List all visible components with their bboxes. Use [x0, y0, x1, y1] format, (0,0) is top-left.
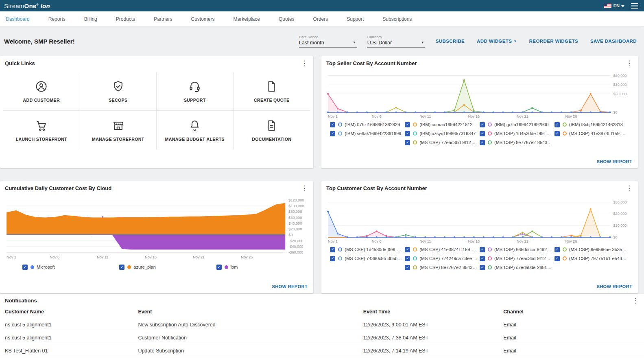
date-range-select[interactable]: Date Range Last month▼: [299, 35, 357, 48]
nav-item-customers[interactable]: Customers: [181, 16, 224, 22]
series-label: (MS-CSP) 74390c8b-3b5b-...: [345, 256, 405, 261]
legend-checkbox[interactable]: ✓: [405, 247, 410, 252]
table-header-row: Customer NameEventEvent TimeChannel: [0, 305, 644, 318]
show-report-link[interactable]: SHOW REPORT: [272, 284, 308, 289]
subscribe-button[interactable]: SUBSCRIBE: [436, 39, 465, 44]
nav-item-marketplace[interactable]: Marketplace: [224, 16, 269, 22]
table-row[interactable]: KS Test_Flatten 01Update Subscription12/…: [0, 344, 644, 357]
quick-link-support[interactable]: SUPPORT: [157, 72, 234, 111]
legend-checkbox[interactable]: ✓: [554, 256, 560, 261]
save-dashboard-button[interactable]: SAVE DASHBOARD: [590, 39, 637, 44]
reorder-widgets-button[interactable]: REORDER WIDGETS: [529, 39, 578, 44]
series-label: (MS-CSP) 774249ca-c3ee-...: [419, 256, 480, 261]
legend-checkbox[interactable]: ✓: [554, 247, 560, 252]
legend-checkbox[interactable]: ✓: [22, 265, 28, 270]
top-seller-chart: $40,000$30,000$20,000$0Nov 1Nov 6Nov 11N…: [325, 70, 635, 119]
svg-text:Nov 16: Nov 16: [468, 114, 480, 118]
series-color-dot: [413, 256, 417, 260]
topbar: StreamOne®Ion EN: [0, 0, 644, 11]
table-row[interactable]: ns cust 5 alignment1New subscription Aut…: [0, 318, 644, 331]
column-header: Event: [138, 309, 363, 315]
series-color-dot: [413, 123, 417, 127]
legend-checkbox[interactable]: ✓: [330, 256, 335, 261]
legend-checkbox[interactable]: ✓: [405, 131, 410, 136]
quick-link-manage-budget-alerts[interactable]: MANAGE BUDGET ALERTS: [157, 111, 234, 149]
legend-item: ✓(MS-CSP) 774249ca-c3ee-...: [405, 256, 480, 261]
nav-item-dashboard[interactable]: Dashboard: [6, 16, 39, 22]
nav-item-subscriptions[interactable]: Subscriptions: [373, 16, 421, 22]
svg-text:-$40,000: -$40,000: [288, 245, 303, 249]
series-label: (MS-CSP) 6650dcca-8492-...: [494, 247, 554, 252]
table-row[interactable]: ns cust 5 alignment1Customer Notificatio…: [0, 331, 644, 344]
widget-menu-button[interactable]: ⋮: [299, 185, 310, 191]
column-header: Customer Name: [5, 309, 138, 315]
series-color-dot: [413, 140, 417, 144]
legend-checkbox[interactable]: ✓: [480, 140, 485, 145]
series-label: (MS-CSP) 77eac3bd-9f12-4...: [419, 140, 480, 145]
legend-checkbox[interactable]: ✓: [405, 122, 410, 127]
nav-item-products[interactable]: Products: [107, 16, 144, 22]
widget-menu-button[interactable]: ⋮: [299, 60, 310, 66]
quick-link-manage-storefront[interactable]: MANAGE STOREFRONT: [80, 111, 157, 149]
legend-checkbox[interactable]: ✓: [480, 122, 485, 127]
legend-item: ✓(IBM) uzsyq1698657316347: [405, 131, 480, 136]
legend-checkbox[interactable]: ✓: [554, 122, 560, 127]
widget-menu-button[interactable]: ⋮: [624, 60, 635, 66]
legend-checkbox[interactable]: ✓: [480, 247, 485, 252]
svg-text:$120,000: $120,000: [288, 198, 304, 202]
legend-item: ✓(MS-CSP) 8e7767e2-8543-...: [480, 140, 554, 145]
legend-checkbox[interactable]: ✓: [330, 131, 335, 136]
table-cell: New subscription Auto-Discovered: [138, 322, 363, 328]
table-cell: Email: [503, 322, 639, 328]
quick-link-launch-storefront[interactable]: LAUNCH STOREFRONT: [3, 111, 80, 149]
widget-menu-button[interactable]: ⋮: [630, 298, 641, 304]
legend-checkbox[interactable]: ✓: [330, 122, 335, 127]
legend-item: ✓(IBM) gi7ta1699421992900: [480, 122, 554, 127]
legend-checkbox[interactable]: ✓: [216, 265, 222, 270]
legend-checkbox[interactable]: ✓: [330, 247, 335, 252]
nav-item-partners[interactable]: Partners: [144, 16, 181, 22]
legend-checkbox[interactable]: ✓: [119, 265, 124, 270]
legend-item: ✓(MS-CSP) 6650dcca-8492-...: [480, 247, 554, 252]
nav-item-quotes[interactable]: Quotes: [269, 16, 304, 22]
top-seller-widget: Top Seller Cost By Account Number ⋮ $40,…: [321, 56, 638, 168]
date-range-label: Date Range: [299, 35, 357, 39]
table-cell: 12/26/2023, 9:00:01 AM EST: [363, 322, 504, 328]
show-report-link[interactable]: SHOW REPORT: [596, 159, 632, 164]
quick-link-documentation[interactable]: DOCUMENTATION: [234, 111, 310, 149]
nav-item-billing[interactable]: Billing: [75, 16, 107, 22]
nav-item-orders[interactable]: Orders: [304, 16, 338, 22]
series-label: (IBM) gi7ta1699421992900: [494, 122, 551, 127]
chevron-down-icon: [621, 3, 624, 8]
cart-icon: [35, 119, 48, 132]
legend-checkbox[interactable]: ✓: [405, 256, 410, 261]
legend-item: ✓(IBM) comau16994221812...: [405, 122, 480, 127]
legend-checkbox[interactable]: ✓: [480, 256, 485, 261]
series-color-dot: [488, 123, 492, 127]
language-selector[interactable]: EN: [613, 3, 624, 8]
main-nav: DashboardReportsBillingProductsPartnersC…: [0, 11, 644, 27]
quick-link-label: MANAGE STOREFRONT: [92, 137, 144, 142]
currency-select[interactable]: Currency U.S. Dollar▼: [367, 35, 425, 48]
series-color-dot: [488, 265, 492, 269]
cumulative-cost-chart: $120,000$100,000$80,000$60,000$40,000$20…: [3, 195, 310, 260]
add-widgets-button[interactable]: ADD WIDGETS▼: [477, 39, 517, 44]
bell-icon: [188, 119, 201, 132]
legend-checkbox[interactable]: ✓: [405, 265, 410, 270]
quick-link-secops[interactable]: SECOPS: [80, 72, 157, 111]
show-report-link[interactable]: SHOW REPORT: [596, 284, 632, 289]
nav-item-reports[interactable]: Reports: [39, 16, 75, 22]
nav-item-support[interactable]: Support: [337, 16, 373, 22]
quick-link-add-customer[interactable]: ADD CUSTOMER: [3, 72, 80, 111]
legend-checkbox[interactable]: ✓: [480, 265, 485, 270]
widget-menu-button[interactable]: ⋮: [624, 185, 635, 191]
chevron-down-icon: ▼: [421, 41, 424, 44]
series-label: (MS-CSP) 8e7767e2-8543-...: [419, 265, 480, 270]
legend-checkbox[interactable]: ✓: [554, 131, 560, 136]
svg-text:$80,000: $80,000: [288, 210, 302, 214]
language-label: EN: [613, 3, 620, 8]
legend-checkbox[interactable]: ✓: [405, 140, 410, 145]
quick-link-create-quote[interactable]: CREATE QUOTE: [234, 72, 310, 111]
hamburger-menu-icon[interactable]: [631, 3, 638, 9]
legend-checkbox[interactable]: ✓: [480, 131, 485, 136]
